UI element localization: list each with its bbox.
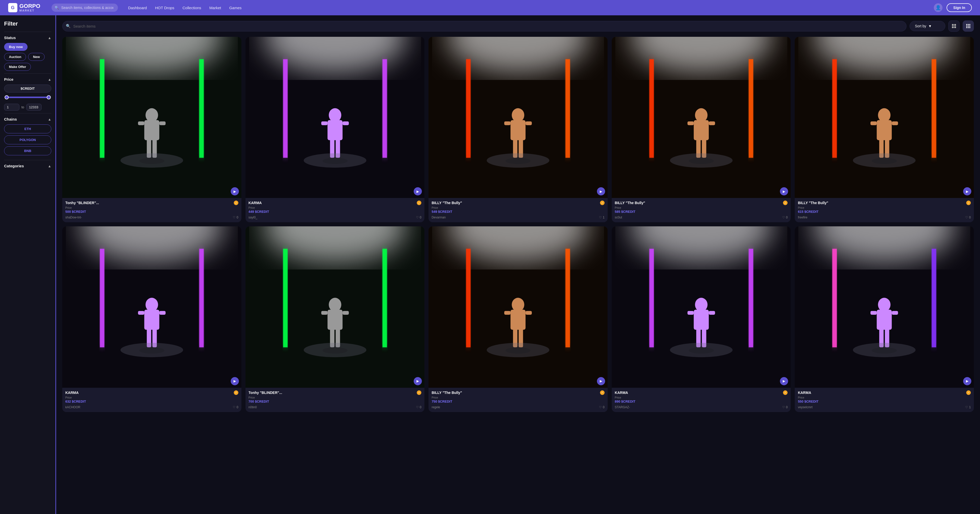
nft-likes[interactable]: ♡ 0 bbox=[233, 215, 239, 219]
nft-likes[interactable]: ♡ 0 bbox=[782, 405, 788, 409]
nft-card[interactable]: ▶ BILLY "The Bully" ✓ Price 585 $CREDIT … bbox=[612, 37, 791, 222]
svg-rect-38 bbox=[342, 121, 349, 125]
svg-point-138 bbox=[670, 343, 733, 357]
nft-price: 550 $CREDIT bbox=[798, 399, 971, 403]
svg-rect-60 bbox=[749, 59, 753, 158]
logo[interactable]: G GORPO MARKET bbox=[8, 3, 41, 12]
price-slider-track[interactable] bbox=[5, 97, 51, 98]
user-avatar[interactable]: 👤 bbox=[934, 3, 942, 12]
nav-link-market[interactable]: Market bbox=[209, 6, 221, 10]
chain-eth-button[interactable]: ETH bbox=[4, 125, 51, 133]
nft-likes[interactable]: ♡ 0 bbox=[416, 405, 422, 409]
nft-card[interactable]: ▶ KARMA ✓ Price 550 $CREDIT veyselcmrt ♡… bbox=[795, 226, 974, 412]
svg-rect-142 bbox=[832, 249, 837, 348]
svg-rect-72 bbox=[832, 59, 837, 158]
heart-icon: ♡ bbox=[233, 215, 235, 219]
chain-polygon-button[interactable]: POLYGON bbox=[4, 136, 51, 144]
nft-card[interactable]: ▶ KARMA ✓ Price 632 $CREDIT kACHOOR ♡ 0 bbox=[62, 226, 242, 412]
price-label: Price bbox=[4, 77, 14, 81]
status-buy-now[interactable]: Buy now bbox=[4, 43, 27, 51]
nav-link-games[interactable]: Games bbox=[229, 6, 242, 10]
svg-rect-80 bbox=[892, 121, 898, 125]
nft-like-count: 0 bbox=[237, 405, 239, 409]
nav-link-dashboard[interactable]: Dashboard bbox=[128, 6, 147, 10]
svg-rect-79 bbox=[870, 121, 877, 125]
svg-rect-120 bbox=[511, 310, 526, 330]
price-min-input[interactable] bbox=[4, 104, 19, 111]
price-inputs: to bbox=[4, 104, 51, 111]
grid-view-4-button[interactable] bbox=[948, 21, 959, 32]
svg-rect-74 bbox=[932, 59, 936, 158]
categories-label: Categories bbox=[4, 164, 24, 168]
play-button[interactable]: ▶ bbox=[597, 377, 605, 385]
svg-rect-9 bbox=[969, 26, 970, 27]
nft-card[interactable]: ▶ KARMA ✓ Price 890 $CREDIT STARGAZ- ♡ 0 bbox=[612, 226, 791, 412]
price-slider-thumb-left[interactable] bbox=[5, 95, 9, 99]
play-button[interactable]: ▶ bbox=[414, 377, 422, 385]
nft-name: KARMA bbox=[65, 391, 79, 395]
nft-likes[interactable]: ♡ 0 bbox=[965, 215, 971, 219]
svg-rect-148 bbox=[877, 310, 892, 330]
play-button[interactable]: ▶ bbox=[231, 377, 239, 385]
nft-card[interactable]: ▶ BILLY "The Bully" ✓ Price 615 $CREDIT … bbox=[795, 37, 974, 222]
nft-likes[interactable]: ♡ 1 bbox=[965, 405, 971, 409]
nav-search-wrap: 🔍 bbox=[52, 3, 118, 12]
search-items-input[interactable] bbox=[62, 21, 907, 32]
price-chevron-icon: ▲ bbox=[48, 77, 51, 81]
sign-in-button[interactable]: Sign In bbox=[947, 3, 972, 12]
svg-rect-1 bbox=[954, 24, 956, 26]
status-section-header[interactable]: Status ▲ bbox=[4, 35, 51, 40]
nft-card[interactable]: ▶ Tonhy "BLINDER"... ✓ Price 700 $CREDIT… bbox=[245, 226, 425, 412]
svg-point-81 bbox=[878, 108, 891, 122]
play-button[interactable]: ▶ bbox=[231, 187, 239, 195]
categories-section-header[interactable]: Categories ▲ bbox=[4, 164, 51, 168]
nft-likes[interactable]: ♡ 1 bbox=[599, 215, 605, 219]
svg-rect-93 bbox=[138, 311, 145, 315]
nav-link-hotdrops[interactable]: HOT Drops bbox=[155, 6, 174, 10]
svg-point-82 bbox=[853, 153, 916, 168]
nft-canvas bbox=[245, 226, 425, 388]
sidebar: Filter Status ▲ Buy now Auction New Make… bbox=[0, 15, 56, 514]
nft-svg bbox=[612, 226, 791, 388]
nft-svg bbox=[245, 37, 425, 198]
svg-point-26 bbox=[121, 153, 183, 168]
nft-card[interactable]: ▶ Tonhy "BLINDER"... ✓ Price 500 $CREDIT… bbox=[62, 37, 242, 222]
nft-seller: sc0ut bbox=[615, 215, 622, 219]
nft-name-row: KARMA ✓ bbox=[615, 390, 788, 395]
nav-links: Dashboard HOT Drops Collections Market G… bbox=[128, 6, 924, 10]
nft-likes[interactable]: ♡ 0 bbox=[782, 215, 788, 219]
nft-likes[interactable]: ♡ 0 bbox=[599, 405, 605, 409]
categories-chevron-icon: ▲ bbox=[48, 164, 51, 168]
price-slider-thumb-right[interactable] bbox=[47, 95, 51, 99]
play-button[interactable]: ▶ bbox=[597, 187, 605, 195]
nft-card[interactable]: ▶ BILLY "The Bully" ✓ Price 750 $CREDIT … bbox=[428, 226, 608, 412]
nft-price: 585 $CREDIT bbox=[615, 210, 788, 214]
grid-view-9-button[interactable] bbox=[963, 21, 974, 32]
nft-card[interactable]: ▶ BILLY "The Bully" ✓ Price 549 $CREDIT … bbox=[428, 37, 608, 222]
chains-section-header[interactable]: Chains ▲ bbox=[4, 117, 51, 121]
nft-likes[interactable]: ♡ 0 bbox=[416, 215, 422, 219]
nft-card[interactable]: ▶ KARMA ✓ Price 449 $CREDIT sayl0_ ♡ 0 bbox=[245, 37, 425, 222]
price-max-input[interactable] bbox=[26, 104, 41, 111]
nav-link-collections[interactable]: Collections bbox=[183, 6, 201, 10]
nft-name: BILLY "The Bully" bbox=[615, 201, 645, 205]
status-buttons: Buy now Auction New Make Offer bbox=[4, 43, 51, 71]
chain-bnb-button[interactable]: BNB bbox=[4, 146, 51, 155]
nft-svg bbox=[795, 226, 974, 388]
nft-likes[interactable]: ♡ 0 bbox=[233, 405, 239, 409]
nft-info: BILLY "The Bully" ✓ Price 585 $CREDIT sc… bbox=[612, 198, 791, 222]
price-currency-button[interactable]: $CREDIT bbox=[4, 85, 51, 93]
nft-grid: ▶ Tonhy "BLINDER"... ✓ Price 500 $CREDIT… bbox=[62, 37, 974, 412]
status-new[interactable]: New bbox=[28, 53, 45, 61]
nft-price-label: Price bbox=[431, 206, 605, 209]
nav-search-input[interactable] bbox=[52, 3, 118, 12]
nft-info: BILLY "The Bully" ✓ Price 750 $CREDIT re… bbox=[428, 388, 608, 412]
nft-image-wrap: ▶ bbox=[428, 37, 608, 198]
price-section-header[interactable]: Price ▲ bbox=[4, 77, 51, 81]
nft-name: KARMA bbox=[615, 391, 628, 395]
sort-by-button[interactable]: Sort by ▼ bbox=[910, 21, 945, 31]
nft-image-wrap: ▶ bbox=[245, 37, 425, 198]
play-button[interactable]: ▶ bbox=[963, 377, 971, 385]
status-make-offer[interactable]: Make Offer bbox=[4, 63, 31, 71]
status-auction[interactable]: Auction bbox=[4, 53, 26, 61]
